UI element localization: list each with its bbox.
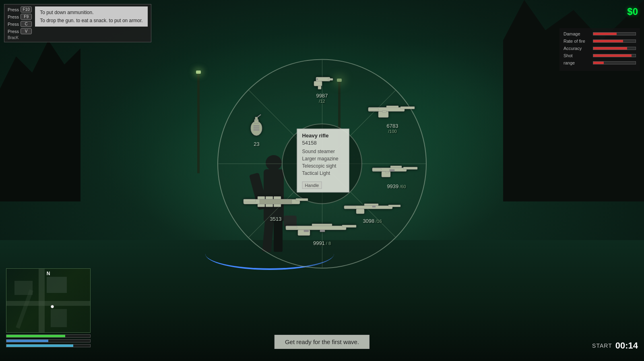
stamina-bar-bg xyxy=(6,344,91,347)
weapon-slot-minigun[interactable]: 3513 xyxy=(239,190,312,222)
svg-rect-22 xyxy=(364,203,378,205)
stat-row-shot: Shot xyxy=(564,53,636,58)
smg-ammo: 9939 xyxy=(387,183,398,189)
stat-bar-rof xyxy=(593,40,623,42)
stamina-bar-fill xyxy=(6,344,73,347)
minigun-ammo: 3513 xyxy=(270,216,282,222)
rifle-ammo-container: 3098 /16 xyxy=(363,218,382,224)
svg-rect-8 xyxy=(368,108,378,110)
wave-message: Get ready for the first wave. xyxy=(275,335,369,349)
key-row-2: Press F9 xyxy=(8,14,32,20)
key-badge-f10: F10 xyxy=(21,6,32,12)
key-hints-content: Press F10 Press F9 Press C Press V BracK… xyxy=(8,6,148,40)
stat-bar-accuracy xyxy=(593,47,627,50)
svg-rect-25 xyxy=(342,225,356,227)
rifle-icon xyxy=(342,198,402,216)
key-badge-v: V xyxy=(21,28,32,34)
svg-rect-14 xyxy=(372,168,381,170)
stat-bar-range xyxy=(593,62,604,64)
pistol-ammo-max: /12 xyxy=(319,99,325,104)
smg-icon xyxy=(370,160,423,182)
minimap-road-h xyxy=(6,301,91,306)
stat-label-range: range xyxy=(564,60,590,65)
stat-bar-bg-range xyxy=(593,61,636,64)
armor-bar-fill xyxy=(6,340,48,342)
minimap-road-diag xyxy=(16,289,33,328)
svg-rect-38 xyxy=(266,204,273,207)
svg-rect-45 xyxy=(254,125,259,126)
svg-rect-12 xyxy=(403,167,417,169)
timer-display: START 00:14 xyxy=(592,340,638,351)
stat-bar-damage xyxy=(593,33,617,35)
weapon-slot-assault-rifle[interactable]: 6783 /100 xyxy=(366,99,419,134)
health-bar-bg xyxy=(6,334,91,338)
tooltip-mod-2: Larger magazine xyxy=(302,155,344,162)
stamina-bar-row xyxy=(6,344,91,347)
svg-rect-20 xyxy=(356,209,364,214)
tooltip-mod-1: Sound steamer xyxy=(302,148,344,155)
svg-rect-10 xyxy=(382,110,386,112)
shotgun-ammo: 9991 xyxy=(313,240,325,246)
svg-rect-34 xyxy=(258,196,265,199)
stat-label-damage: Damage xyxy=(564,31,590,36)
stat-bar-shot xyxy=(593,54,632,57)
weapon-slot-pistol[interactable]: 9987 /12 xyxy=(306,71,338,104)
money-display: $0 xyxy=(627,6,638,17)
minimap-block-3 xyxy=(14,281,33,295)
assault-rifle-ammo: 6783 xyxy=(387,123,398,129)
svg-rect-33 xyxy=(244,199,256,202)
minimap-block-1 xyxy=(47,277,67,293)
pistol-ammo: 9987 xyxy=(316,93,328,99)
key-row-3: Press C xyxy=(8,21,32,27)
minimap-content xyxy=(6,269,90,332)
svg-rect-36 xyxy=(274,196,281,199)
stat-bar-bg-damage xyxy=(593,32,636,35)
press-label-4: Press xyxy=(8,29,19,34)
tooltip-mod-4: Tactical Light xyxy=(302,170,344,177)
svg-rect-1 xyxy=(314,81,322,86)
weapon-tooltip: Heavy rifle 54158 Sound steamer Larger m… xyxy=(297,129,349,193)
stat-row-damage: Damage xyxy=(564,31,636,36)
stat-row-rof: Rate of fire xyxy=(564,39,636,44)
press-label-3: Press xyxy=(8,22,19,27)
svg-rect-23 xyxy=(372,205,376,207)
svg-rect-37 xyxy=(258,204,265,207)
svg-point-4 xyxy=(316,78,318,80)
rifle-ammo: 3098 xyxy=(363,218,374,224)
smg-ammo-container: 9939 /60 xyxy=(387,183,406,189)
stat-label-accuracy: Accuracy xyxy=(564,46,590,51)
key-column: Press F10 Press F9 Press C Press V BracK xyxy=(8,6,32,40)
svg-rect-9 xyxy=(386,106,398,108)
stat-bar-bg-accuracy xyxy=(593,47,636,50)
timer-value: 00:14 xyxy=(615,340,638,351)
svg-rect-32 xyxy=(296,198,308,201)
svg-rect-47 xyxy=(254,129,259,130)
grenade-icon xyxy=(246,111,268,139)
smg-ammo-max: /60 xyxy=(400,184,406,189)
light-1 xyxy=(196,71,201,74)
stat-row-accuracy: Accuracy xyxy=(564,46,636,51)
svg-rect-43 xyxy=(255,117,258,120)
tooltip-mod-3: Telescopic sight xyxy=(302,162,344,170)
weapon-wheel[interactable]: 9987 /12 6783 /100 xyxy=(217,59,427,268)
minimap-player-dot xyxy=(51,305,54,308)
stat-bar-bg-rof xyxy=(593,39,636,43)
press-label-1: Press xyxy=(8,7,19,12)
svg-rect-28 xyxy=(312,224,332,226)
tooltip-handle-container: Handle xyxy=(302,179,344,189)
light-pole-1 xyxy=(197,73,200,173)
weapon-slot-shotgun[interactable]: 9991 / 8 xyxy=(284,218,360,246)
assault-rifle-icon xyxy=(366,99,419,121)
minigun-icon xyxy=(239,190,312,214)
svg-line-44 xyxy=(258,114,261,117)
weapon-slot-grenade[interactable]: 23 xyxy=(246,111,268,147)
grenade-ammo: 23 xyxy=(254,141,259,147)
minimap-compass: N xyxy=(47,271,50,276)
svg-rect-39 xyxy=(274,204,281,207)
weapon-slot-smg[interactable]: 9939 /60 xyxy=(370,160,423,189)
key-text-box: To put down ammunition. To drop the gun.… xyxy=(35,6,148,27)
svg-rect-3 xyxy=(318,86,321,89)
svg-rect-15 xyxy=(390,166,402,168)
svg-rect-19 xyxy=(388,205,400,207)
stat-label-shot: Shot xyxy=(564,53,590,58)
